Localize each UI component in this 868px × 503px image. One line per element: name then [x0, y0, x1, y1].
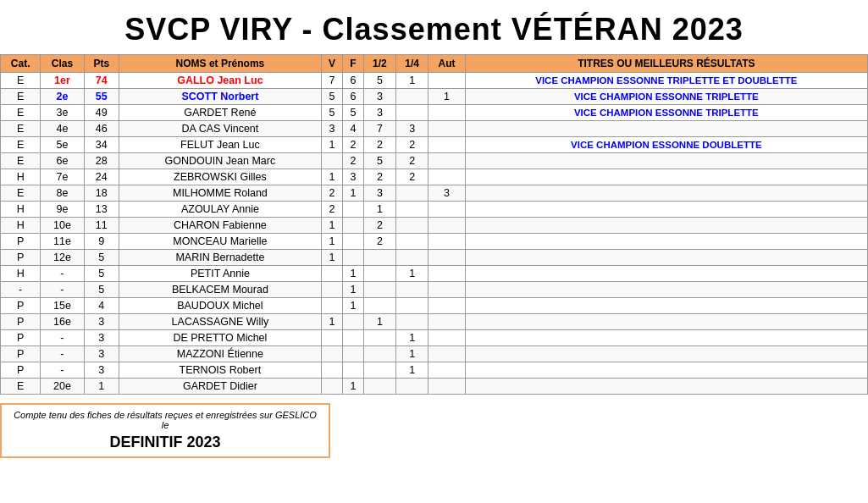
- cell-quarter: 2: [396, 137, 428, 153]
- cell-clas: 9e: [41, 202, 84, 218]
- cell-aut: [428, 379, 465, 395]
- table-row: E 2e 55 SCOTT Norbert 5 6 3 1 VICE CHAMP…: [1, 89, 868, 105]
- cell-name: MARIN Bernadette: [119, 250, 321, 266]
- table-row: P - 3 MAZZONI Étienne 1: [1, 346, 868, 362]
- main-table: Cat. Clas Pts NOMS et Prénoms V F 1/2 1/…: [0, 54, 868, 395]
- cell-f: 2: [343, 137, 363, 153]
- cell-half: 3: [363, 105, 395, 121]
- cell-f: 3: [343, 169, 363, 185]
- cell-clas: 5e: [41, 137, 84, 153]
- col-f: F: [343, 55, 363, 73]
- cell-name: GARDET Didier: [119, 379, 321, 395]
- cell-aut: [428, 218, 465, 234]
- cell-clas: 15e: [41, 298, 84, 314]
- col-aut: Aut: [428, 55, 465, 73]
- cell-name: GONDOUIN Jean Marc: [119, 153, 321, 169]
- cell-v: 5: [321, 105, 342, 121]
- cell-clas: 1er: [41, 73, 84, 89]
- cell-aut: [428, 330, 465, 346]
- cell-f: 6: [343, 73, 363, 89]
- cell-v: 7: [321, 73, 342, 89]
- cell-cat: P: [1, 330, 41, 346]
- cell-clas: 10e: [41, 218, 84, 234]
- cell-cat: E: [1, 121, 41, 137]
- cell-pts: 5: [84, 266, 119, 282]
- table-row: P 15e 4 BAUDOUX Michel 1: [1, 298, 868, 314]
- cell-pts: 74: [84, 73, 119, 89]
- cell-name: CHARON Fabienne: [119, 218, 321, 234]
- cell-quarter: 2: [396, 169, 428, 185]
- cell-titles: [465, 153, 867, 169]
- table-row: E 8e 18 MILHOMME Roland 2 1 3 3: [1, 185, 868, 202]
- cell-f: 1: [343, 185, 363, 202]
- cell-name: AZOULAY Annie: [119, 202, 321, 218]
- cell-titles: [465, 282, 867, 298]
- cell-f: [343, 346, 363, 362]
- cell-quarter: 3: [396, 121, 428, 137]
- cell-half: 2: [363, 137, 395, 153]
- cell-f: 1: [343, 282, 363, 298]
- cell-name: SCOTT Norbert: [119, 89, 321, 105]
- cell-half: 3: [363, 185, 395, 202]
- cell-aut: 1: [428, 89, 465, 105]
- cell-aut: [428, 282, 465, 298]
- cell-name: MONCEAU Marielle: [119, 234, 321, 250]
- cell-cat: E: [1, 105, 41, 121]
- footer-top: Compte tenu des fiches de résultats reçu…: [10, 410, 320, 430]
- cell-half: [363, 379, 395, 395]
- cell-titles: [465, 298, 867, 314]
- cell-clas: 16e: [41, 314, 84, 330]
- cell-name: LACASSAGNE Willy: [119, 314, 321, 330]
- cell-clas: 2e: [41, 89, 84, 105]
- cell-v: 1: [321, 234, 342, 250]
- cell-name: BELKACEM Mourad: [119, 282, 321, 298]
- cell-cat: E: [1, 89, 41, 105]
- cell-cat: -: [1, 282, 41, 298]
- cell-half: 7: [363, 121, 395, 137]
- cell-quarter: [396, 185, 428, 202]
- cell-cat: H: [1, 169, 41, 185]
- cell-cat: P: [1, 250, 41, 266]
- cell-aut: [428, 153, 465, 169]
- table-row: E 20e 1 GARDET Didier 1: [1, 379, 868, 395]
- cell-clas: 8e: [41, 185, 84, 202]
- cell-v: 5: [321, 89, 342, 105]
- cell-half: 5: [363, 73, 395, 89]
- cell-pts: 13: [84, 202, 119, 218]
- cell-pts: 3: [84, 346, 119, 362]
- cell-cat: H: [1, 202, 41, 218]
- cell-titles: [465, 169, 867, 185]
- cell-half: 1: [363, 314, 395, 330]
- cell-half: [363, 266, 395, 282]
- cell-half: 1: [363, 202, 395, 218]
- cell-quarter: 1: [396, 73, 428, 89]
- cell-clas: 7e: [41, 169, 84, 185]
- cell-aut: [428, 121, 465, 137]
- cell-cat: E: [1, 137, 41, 153]
- cell-titles: [465, 362, 867, 379]
- cell-quarter: [396, 89, 428, 105]
- cell-half: [363, 346, 395, 362]
- cell-aut: [428, 73, 465, 89]
- cell-clas: 6e: [41, 153, 84, 169]
- cell-clas: 3e: [41, 105, 84, 121]
- cell-quarter: 1: [396, 362, 428, 379]
- cell-quarter: [396, 250, 428, 266]
- cell-aut: [428, 266, 465, 282]
- cell-cat: P: [1, 362, 41, 379]
- table-row: H - 5 PETIT Annie 1 1: [1, 266, 868, 282]
- cell-clas: -: [41, 282, 84, 298]
- cell-cat: E: [1, 73, 41, 89]
- cell-f: 5: [343, 105, 363, 121]
- cell-cat: E: [1, 185, 41, 202]
- cell-f: 1: [343, 266, 363, 282]
- cell-titles: VICE CHAMPION ESSONNE TRIPLETTE: [465, 89, 867, 105]
- table-row: E 6e 28 GONDOUIN Jean Marc 2 5 2: [1, 153, 868, 169]
- cell-name: GARDET René: [119, 105, 321, 121]
- page-title: SVCP VIRY - Classement VÉTÉRAN 2023: [0, 0, 868, 54]
- cell-f: [343, 314, 363, 330]
- cell-name: TERNOIS Robert: [119, 362, 321, 379]
- cell-clas: 4e: [41, 121, 84, 137]
- cell-pts: 28: [84, 153, 119, 169]
- cell-aut: 3: [428, 185, 465, 202]
